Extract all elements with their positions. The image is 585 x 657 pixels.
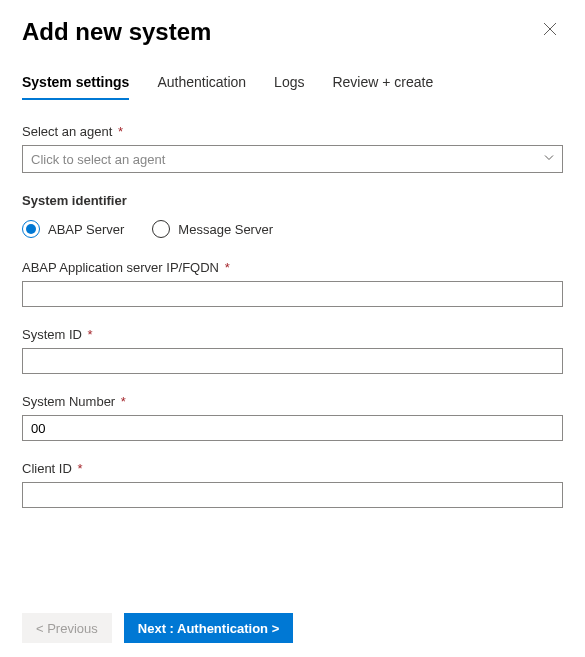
abap-server-input[interactable] [22, 281, 563, 307]
radio-abap-label: ABAP Server [48, 222, 124, 237]
page-title: Add new system [22, 18, 211, 46]
system-id-label: System ID * [22, 327, 563, 342]
next-button[interactable]: Next : Authentication > [124, 613, 293, 643]
close-icon [543, 22, 557, 39]
tab-authentication[interactable]: Authentication [157, 68, 246, 100]
radio-message-server[interactable]: Message Server [152, 220, 273, 238]
radio-message-label: Message Server [178, 222, 273, 237]
select-agent-dropdown[interactable]: Click to select an agent [22, 145, 563, 173]
system-number-input[interactable] [22, 415, 563, 441]
radio-icon [152, 220, 170, 238]
close-button[interactable] [537, 18, 563, 43]
radio-abap-server[interactable]: ABAP Server [22, 220, 124, 238]
tab-review-create[interactable]: Review + create [332, 68, 433, 100]
tab-logs[interactable]: Logs [274, 68, 304, 100]
system-number-label: System Number * [22, 394, 563, 409]
abap-server-label: ABAP Application server IP/FQDN * [22, 260, 563, 275]
tab-system-settings[interactable]: System settings [22, 68, 129, 100]
system-identifier-label: System identifier [22, 193, 563, 208]
select-agent-label: Select an agent * [22, 124, 563, 139]
client-id-input[interactable] [22, 482, 563, 508]
previous-button[interactable]: < Previous [22, 613, 112, 643]
tab-bar: System settings Authentication Logs Revi… [22, 68, 563, 100]
client-id-label: Client ID * [22, 461, 563, 476]
radio-icon [22, 220, 40, 238]
system-id-input[interactable] [22, 348, 563, 374]
